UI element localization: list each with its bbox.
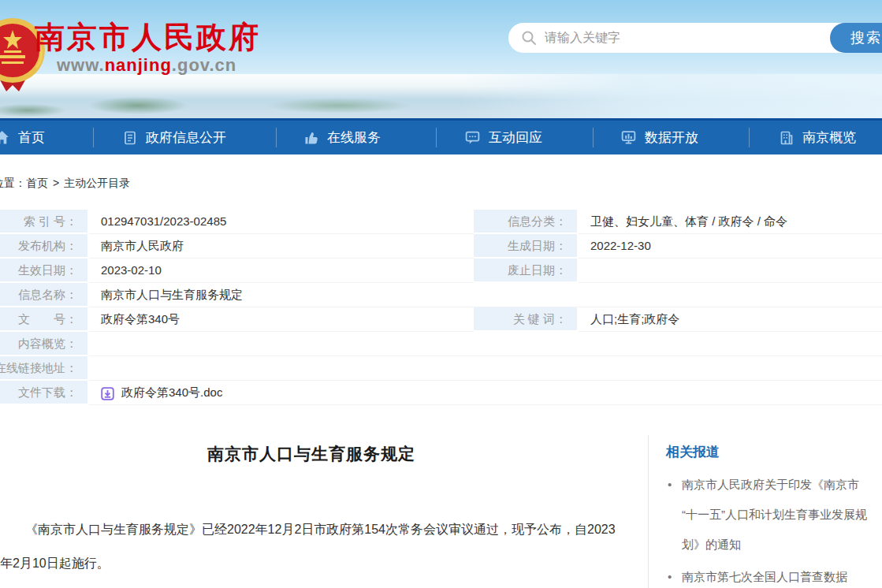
nav-item-label: 政府信息公开 (146, 128, 226, 147)
field-value-document-number: 政府令第340号 (89, 307, 474, 332)
nav-divider (593, 128, 594, 147)
nav-item-online-services[interactable]: 在线服务 (303, 121, 381, 154)
download-file-link[interactable]: 政府令第340号.doc (101, 381, 222, 404)
breadcrumb: 位置：首页>主动公开目录 (0, 177, 130, 191)
monitor-icon (620, 129, 637, 146)
nav-divider (749, 128, 750, 147)
breadcrumb-prefix: 位置： (0, 177, 26, 189)
field-value-content-overview (89, 332, 882, 356)
content-sidebar-divider (648, 435, 649, 588)
nav-item-label: 互动回应 (489, 128, 542, 147)
field-label-online-link: 在线链接地址： (0, 356, 89, 381)
field-label-issuing-agency: 发布机构： (0, 234, 89, 259)
search-icon (520, 29, 538, 47)
main-nav: 首页 政府信息公开 在线服务 互动回应 数据开放 南京概览 (0, 118, 882, 154)
search-input[interactable] (508, 23, 882, 53)
field-value-effective-date: 2023-02-10 (89, 259, 474, 283)
related-report-item[interactable]: 南京市人民政府关于印发《南京市“十一五”人口和计划生育事业发展规划》的通知 (666, 470, 874, 560)
field-value-file-download: 政府令第340号.doc (89, 381, 882, 405)
nav-item-interaction[interactable]: 互动回应 (464, 121, 542, 154)
site-url-prefix: www. (57, 55, 105, 75)
site-url: www.nanjing.gov.cn (57, 55, 236, 76)
search-bar: 搜索 (508, 23, 882, 53)
field-label-info-name: 信息名称： (0, 283, 89, 307)
field-label-info-category: 信息分类： (474, 210, 579, 234)
site-url-suffix: .gov.cn (172, 55, 236, 75)
field-value-info-category: 卫健、妇女儿童、体育 / 政府令 / 命令 (579, 210, 882, 234)
field-value-issuing-agency: 南京市人民政府 (89, 234, 474, 259)
field-label-file-download: 文件下载： (0, 381, 89, 405)
field-value-generated-date: 2022-12-30 (579, 234, 882, 259)
breadcrumb-separator: > (53, 177, 59, 189)
nav-item-label: 首页 (18, 128, 45, 147)
site-url-domain: nanjing (105, 55, 172, 75)
home-icon (0, 129, 10, 146)
building-icon (779, 130, 795, 146)
field-label-document-number: 文 号： (0, 307, 89, 332)
field-value-online-link (89, 356, 882, 381)
nav-item-label: 南京概览 (802, 128, 856, 147)
breadcrumb-home-link[interactable]: 首页 (26, 177, 48, 189)
related-reports-title: 相关报道 (666, 443, 720, 461)
nav-item-nanjing-overview[interactable]: 南京概览 (779, 121, 856, 154)
related-report-item[interactable]: 南京市第七次全国人口普查数据 (666, 562, 874, 588)
header-skyline-image (0, 74, 882, 118)
field-value-index-number: 012947031/2023-02485 (89, 210, 474, 234)
nav-item-gov-info[interactable]: 政府信息公开 (122, 121, 226, 154)
nav-divider (436, 128, 437, 147)
download-icon (101, 387, 114, 400)
nav-item-open-data[interactable]: 数据开放 (620, 121, 698, 154)
nav-item-label: 在线服务 (327, 128, 381, 147)
thumbs-up-icon (303, 130, 319, 146)
field-value-abolition-date (579, 259, 882, 283)
related-reports-list: 南京市人民政府关于印发《南京市“十一五”人口和计划生育事业发展规划》的通知 南京… (666, 470, 874, 588)
download-file-name: 政府令第340号.doc (121, 381, 222, 404)
field-label-effective-date: 生效日期： (0, 259, 89, 283)
document-meta-table: 索 引 号： 012947031/2023-02485 信息分类： 卫健、妇女儿… (0, 210, 882, 405)
field-label-index-number: 索 引 号： (0, 210, 89, 234)
field-label-content-overview: 内容概览： (0, 332, 89, 356)
breadcrumb-current: 主动公开目录 (64, 177, 130, 189)
field-label-keywords: 关 键 词： (474, 307, 579, 332)
article-title: 南京市人口与生育服务规定 (0, 443, 623, 465)
field-label-abolition-date: 废止日期： (474, 259, 579, 283)
field-label-generated-date: 生成日期： (474, 234, 579, 259)
site-header: 南京市人民政府 www.nanjing.gov.cn 搜索 (0, 0, 882, 118)
chat-icon (464, 129, 481, 146)
document-icon (122, 130, 138, 146)
nav-divider (276, 128, 277, 147)
field-value-info-name: 南京市人口与生育服务规定 (89, 283, 882, 307)
nav-item-home[interactable]: 首页 (0, 121, 45, 154)
article-paragraph: 《南京市人口与生育服务规定》已经2022年12月2日市政府第154次常务会议审议… (0, 512, 620, 580)
site-title: 南京市人民政府 (35, 17, 261, 58)
search-button[interactable]: 搜索 (830, 23, 882, 53)
nav-item-label: 数据开放 (645, 128, 698, 147)
page: 南京市人民政府 www.nanjing.gov.cn 搜索 首页 政府信息公开 … (0, 0, 882, 588)
nav-divider (93, 128, 94, 147)
field-value-keywords: 人口;生育;政府令 (579, 307, 882, 332)
